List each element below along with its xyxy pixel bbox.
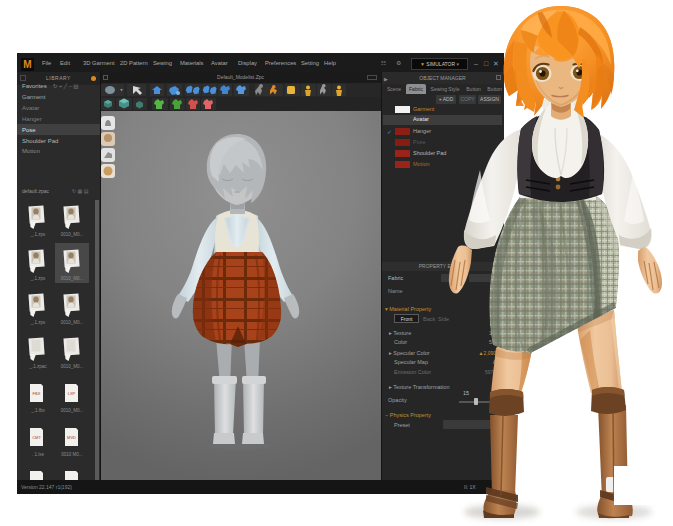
svg-text:0010_M0...: 0010_M0... <box>61 232 84 237</box>
svg-text:0010_M0...: 0010_M0... <box>61 364 84 369</box>
svg-text:CMT: CMT <box>32 435 41 440</box>
svg-text:MVD: MVD <box>67 435 76 440</box>
svg-text:0010_M0...: 0010_M0... <box>61 276 84 281</box>
svg-text:0010_M0...: 0010_M0... <box>61 408 84 413</box>
svg-text:_.1.zpac: _.1.zpac <box>28 364 47 369</box>
svg-text:_.1.fbx: _.1.fbx <box>30 408 45 413</box>
svg-text:. 1.lxe: . 1.lxe <box>32 452 45 457</box>
svg-text:0010_M0...: 0010_M0... <box>61 320 84 325</box>
svg-text:_.1.zps: _.1.zps <box>30 320 46 325</box>
svg-text:FBX: FBX <box>33 391 41 396</box>
svg-text:0010 M0...: 0010 M0... <box>61 452 82 457</box>
svg-text:_.1.zps: _.1.zps <box>30 276 46 281</box>
svg-text:LXP: LXP <box>68 391 76 396</box>
svg-text:_.1.zps: _.1.zps <box>30 232 46 237</box>
